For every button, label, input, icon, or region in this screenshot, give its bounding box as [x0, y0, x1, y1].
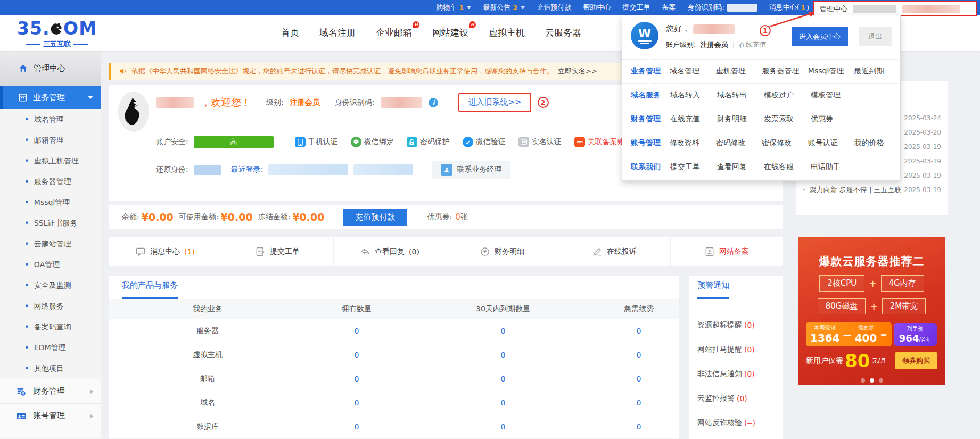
sidebar-item-finance[interactable]: ¥ 财务管理 — [0, 379, 101, 403]
logo[interactable]: 35. OM 三五互联 — [17, 18, 97, 49]
owned-count-link[interactable]: 0 — [355, 375, 359, 383]
carousel-dot[interactable] — [861, 378, 865, 383]
menu-cat-contact[interactable]: 联系我们 — [631, 162, 663, 172]
quick-message-center[interactable]: 消息中心(1) — [109, 237, 221, 266]
realname-verify-badge[interactable]: 实名认证 — [518, 137, 562, 147]
expiring-count-link[interactable]: 0 — [501, 399, 506, 407]
topbar-beian[interactable]: 备案 — [662, 3, 676, 12]
alert-illegal-info[interactable]: 非法信息通知(0) — [697, 362, 783, 386]
owned-count-link[interactable]: 0 — [355, 399, 359, 407]
menu-item[interactable]: 修改资料 — [670, 138, 716, 148]
topbar-announcements[interactable]: 最新公告2 — [483, 3, 525, 12]
sidebar-item-edm[interactable]: •EDM管理 — [0, 337, 101, 358]
buy-coupon-button[interactable]: 领券购买 — [895, 352, 937, 369]
nav-email[interactable]: 企业邮箱H — [376, 27, 412, 39]
carousel-dot[interactable] — [879, 378, 883, 383]
old-system-link[interactable]: 进入旧系统>> — [468, 97, 521, 107]
nav-cloud[interactable]: 云服务器 — [545, 27, 581, 39]
quick-finance-detail[interactable]: ¥ 财务明细 — [446, 237, 558, 266]
renew-count-link[interactable]: 0 — [637, 351, 641, 359]
menu-item[interactable]: 查看回复 — [717, 162, 764, 172]
verify-now-link[interactable]: 立即实名>> — [558, 67, 597, 76]
sidebar-item-oa[interactable]: •OA管理 — [0, 254, 101, 275]
tab-my-products[interactable]: 我的产品与服务 — [122, 280, 178, 299]
menu-item[interactable]: 服务器管理 — [762, 67, 808, 76]
menu-item[interactable]: 在线充值 — [670, 114, 717, 124]
sidebar-item-mailbox-mgmt[interactable]: •邮箱管理 — [0, 130, 101, 151]
sidebar-item-beian-code[interactable]: •备案码查询 — [0, 317, 101, 337]
nav-website[interactable]: 网站建设H — [432, 27, 468, 39]
menu-item[interactable]: 模板过户 — [764, 90, 811, 100]
alert-trojan[interactable]: 网站挂马提醒(0) — [697, 337, 783, 362]
contact-manager-button[interactable]: 联系业务经理 — [432, 161, 510, 179]
menu-item[interactable]: 虚机管理 — [716, 67, 762, 76]
wechat-bind-badge[interactable]: 微信绑定 — [351, 137, 394, 147]
online-recharge-link[interactable]: 在线充值 — [739, 40, 767, 49]
topbar-help[interactable]: 帮助中心 — [583, 3, 611, 12]
expiring-count-link[interactable]: 0 — [501, 351, 506, 359]
admin-center-button[interactable]: 管理中心 — [813, 1, 977, 16]
avatar[interactable] — [118, 92, 149, 132]
menu-cat-domain[interactable]: 域名服务 — [631, 90, 663, 100]
renew-count-link[interactable]: 0 — [637, 375, 641, 383]
menu-cat-account[interactable]: 账号管理 — [631, 138, 662, 148]
menu-item[interactable]: 模板管理 — [811, 90, 858, 100]
renew-count-link[interactable]: 0 — [637, 399, 641, 407]
wechat-verify-badge[interactable]: 微信验证 — [463, 137, 506, 147]
alert-cloud-monitor[interactable]: 云监控报警(0) — [697, 386, 783, 411]
renew-count-link[interactable]: 0 — [637, 327, 641, 335]
tab-alerts[interactable]: 预警通知 — [697, 280, 729, 299]
quick-complaint[interactable]: 在线投诉 — [558, 237, 670, 266]
expiring-count-link[interactable]: 0 — [501, 423, 506, 431]
menu-item[interactable]: Mssql管理 — [808, 67, 854, 76]
menu-item[interactable]: 电话助手 — [811, 162, 858, 172]
sidebar-item-security-monitor[interactable]: •安全及监测 — [0, 275, 101, 296]
quick-website-beian[interactable]: 网站备案 — [670, 237, 783, 266]
member-center-button[interactable]: 进入会员中心 — [792, 27, 848, 46]
sidebar-item-domain-mgmt[interactable]: •域名管理 — [0, 109, 101, 130]
sidebar-item-admin-center[interactable]: 管理中心 — [0, 51, 101, 86]
owned-count-link[interactable]: 0 — [355, 351, 359, 359]
menu-item[interactable]: 最近到期 — [854, 67, 900, 76]
expiring-count-link[interactable]: 0 — [501, 327, 506, 335]
expiring-count-link[interactable]: 0 — [501, 375, 506, 383]
nav-vps[interactable]: 虚拟主机 — [489, 27, 525, 39]
menu-item[interactable]: 账号认证 — [808, 138, 854, 148]
nav-home[interactable]: 首页 — [281, 27, 299, 39]
menu-cat-finance[interactable]: 财务管理 — [631, 114, 663, 124]
menu-item[interactable]: 域名管理 — [670, 67, 716, 76]
recharge-button[interactable]: 充值预付款 — [343, 209, 407, 226]
sidebar-item-ssl[interactable]: •SSL证书服务 — [0, 213, 101, 234]
sidebar-item-server-mgmt[interactable]: •服务器管理 — [0, 171, 101, 192]
sidebar-item-other[interactable]: •其他项目 — [0, 358, 101, 379]
menu-item[interactable]: 域名转出 — [717, 90, 764, 100]
logout-button[interactable]: 退出 — [859, 27, 892, 46]
menu-item[interactable]: 发票索取 — [764, 114, 811, 124]
owned-count-link[interactable]: 0 — [355, 423, 359, 431]
news-item[interactable]: •聚力向新 步履不停 | 三五互联2...2025-03-19 — [802, 183, 941, 197]
quick-view-replies[interactable]: 查看回复(0) — [333, 237, 446, 266]
topbar-cart[interactable]: 购物车1 — [436, 3, 471, 12]
sidebar-item-mssql-mgmt[interactable]: •Mssql管理 — [0, 192, 101, 213]
info-icon[interactable]: i — [429, 98, 438, 107]
menu-cat-business[interactable]: 业务管理 — [631, 67, 662, 76]
topbar-ticket[interactable]: 提交工单 — [622, 3, 650, 12]
menu-item[interactable]: 优惠券 — [811, 114, 858, 124]
carousel-dot-active[interactable] — [870, 378, 874, 383]
sidebar-item-vhost-mgmt[interactable]: •虚拟主机管理 — [0, 151, 101, 171]
last-login-link[interactable]: 最近登录: — [231, 165, 263, 175]
menu-item[interactable]: 我的价格 — [854, 138, 900, 148]
menu-item[interactable]: 密码修改 — [716, 138, 762, 148]
alert-resource-over[interactable]: 资源超标提醒(0) — [697, 313, 783, 337]
password-protect-badge[interactable]: 密码保护 — [407, 137, 450, 147]
menu-item[interactable]: 在线客服 — [764, 162, 811, 172]
phone-verify-badge[interactable]: 手机认证 — [295, 137, 338, 147]
sidebar-item-network[interactable]: •网络服务 — [0, 296, 101, 317]
owned-count-link[interactable]: 0 — [355, 327, 359, 335]
quick-submit-ticket[interactable]: 提交工单 — [221, 237, 333, 266]
renew-count-link[interactable]: 0 — [637, 423, 641, 431]
menu-item[interactable]: 密保修改 — [762, 138, 808, 148]
menu-item[interactable]: 提交工单 — [670, 162, 717, 172]
topbar-recharge[interactable]: 充值预付款 — [537, 3, 571, 12]
sidebar-item-account[interactable]: 账号管理 — [0, 403, 101, 428]
